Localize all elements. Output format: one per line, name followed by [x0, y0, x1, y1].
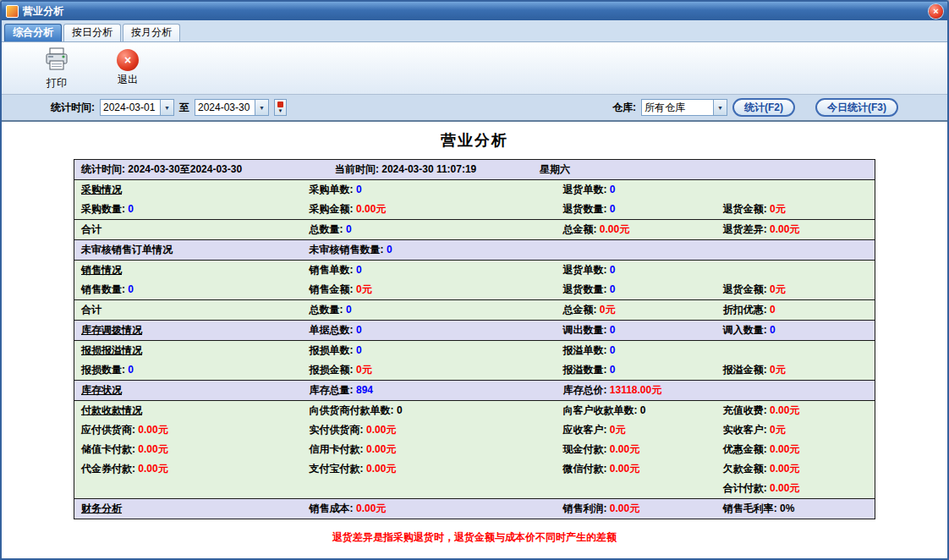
table-cell: 退货单数: 0 — [556, 263, 716, 277]
stat-button[interactable]: 统计(F2) — [732, 98, 795, 117]
close-icon: × — [933, 6, 938, 16]
cell-text: 未审核销售订单情况 — [81, 244, 173, 255]
report-title: 营业分析 — [2, 130, 947, 151]
cell-label: 微信付款: — [562, 463, 609, 475]
table-cell: 单据总数: 0 — [303, 323, 557, 338]
cell-label: 退货数量: — [562, 283, 609, 295]
exit-button[interactable]: × 退出 — [103, 49, 152, 87]
cell-label: 应付供货商: — [81, 424, 138, 436]
date-from-select[interactable]: 2024-03-01 ▼ — [100, 99, 174, 116]
cell-value: 0 — [397, 404, 403, 416]
table-cell: 报溢数量: 0 — [556, 363, 716, 377]
printer-icon — [44, 47, 69, 74]
warehouse-select[interactable]: 所有仓库 ▼ — [641, 99, 727, 116]
title-bar: 营业分析 × — [2, 2, 947, 20]
cell-value: 0 — [610, 344, 616, 356]
cell-value: 894 — [356, 384, 373, 396]
table-cell: 总金额: 0.00元 — [556, 222, 716, 237]
warehouse-value: 所有仓库 — [642, 101, 713, 115]
table-cell: 实收客户: 0元 — [716, 423, 875, 437]
table-cell: 支付宝付款: 0.00元 — [303, 462, 557, 476]
cell-label: 总金额: — [562, 304, 599, 316]
cell-value: 0 — [346, 223, 352, 235]
cell-value: 0元 — [770, 203, 786, 215]
cell-value: 0 — [346, 304, 352, 316]
table-cell: 微信付款: 0.00元 — [556, 462, 716, 476]
cell-value: 0 — [610, 184, 616, 195]
cell-value: 0.00元 — [770, 223, 799, 235]
table-cell: 储值卡付款: 0.00元 — [74, 442, 303, 457]
print-button[interactable]: 打印 — [32, 47, 81, 91]
table-cell: 未审核销售订单情况 — [74, 243, 303, 257]
cell-label: 优惠金额: — [723, 443, 770, 455]
table-cell: 库存总价: 13118.00元 — [556, 383, 716, 398]
print-label: 打印 — [47, 76, 67, 91]
table-cell: 总数量: 0 — [303, 303, 557, 317]
table-cell: 退货数量: 0 — [556, 283, 716, 297]
cell-label: 销售金额: — [310, 283, 356, 295]
table-cell: 折扣优惠: 0 — [716, 303, 875, 317]
section-header: 库存调拨情况 — [81, 324, 142, 336]
cell-label: 库存总价: — [562, 384, 609, 396]
table-cell: 销售情况 — [74, 263, 303, 277]
table-cell: 合计 — [74, 222, 303, 237]
section-header: 销售情况 — [81, 264, 122, 276]
section-header: 库存状况 — [81, 384, 122, 396]
table-cell: 销售成本: 0.00元 — [303, 502, 557, 516]
table-cell: 退货金额: 0元 — [716, 202, 875, 217]
table-row: 统计时间: 2024-03-30至2024-03-30当前时间: 2024-03… — [74, 160, 875, 179]
table-cell: 退货数量: 0 — [556, 202, 716, 217]
table-cell: 采购金额: 0.00元 — [303, 202, 557, 217]
table-cell: 采购情况 — [74, 183, 303, 197]
date-picker-button[interactable]: ▼ — [274, 99, 287, 116]
cell-label: 退货金额: — [723, 283, 770, 295]
cell-value: 0.00元 — [610, 463, 639, 475]
cell-value: 0元 — [770, 283, 786, 295]
cell-label: 储值卡付款: — [81, 443, 138, 455]
tab-daily-analysis[interactable]: 按日分析 — [63, 24, 121, 41]
cell-value: 0.00元 — [366, 424, 396, 436]
table-cell: 销售单数: 0 — [303, 263, 557, 277]
tab-monthly-analysis[interactable]: 按月分析 — [123, 24, 180, 41]
cell-value: 0.00元 — [138, 463, 167, 475]
app-window: 营业分析 × 综合分析 按日分析 按月分析 打印 — [0, 0, 949, 560]
footer-note: 退货差异是指采购退货时，退货金额与成本价不同时产生的差额 — [2, 530, 947, 545]
exit-label: 退出 — [118, 73, 138, 87]
table-cell: 报损数量: 0 — [74, 363, 303, 377]
cell-value: 0 — [770, 324, 776, 336]
table-row: 合计总数量: 0总金额: 0.00元退货差异: 0.00元 — [74, 219, 875, 239]
cell-text: 合计 — [81, 304, 101, 316]
cell-value: 0 — [640, 404, 646, 416]
cell-label: 应收客户: — [562, 424, 609, 436]
cell-label: 销售数量: — [81, 283, 128, 295]
table-row: 付款收款情况向供货商付款单数: 0向客户收款单数: 0充值收费: 0.00元应付… — [74, 400, 875, 498]
cell-label: 报损数量: — [81, 364, 128, 376]
table-cell: 销售金额: 0元 — [303, 283, 557, 297]
close-button[interactable]: × — [929, 4, 943, 19]
cell-label: 销售利润: — [562, 502, 609, 514]
today-stat-button[interactable]: 今日统计(F3) — [815, 98, 898, 117]
cell-label: 退货金额: — [723, 203, 770, 215]
to-label: 至 — [179, 101, 189, 115]
table-cell: 应付供货商: 0.00元 — [74, 423, 303, 437]
cell-value: 0.00元 — [356, 502, 386, 514]
cell-text: 合计 — [81, 223, 101, 235]
tab-combined-analysis[interactable]: 综合分析 — [4, 24, 62, 41]
cell-value: 0元 — [770, 424, 786, 436]
cell-value: 0 — [610, 283, 616, 295]
cell-label: 代金券付款: — [81, 463, 138, 475]
cell-value: 0.00元 — [366, 463, 396, 475]
red-marker-icon — [277, 102, 283, 107]
tab-bar: 综合分析 按日分析 按月分析 — [2, 20, 947, 42]
table-cell: 向供货商付款单数: 0 — [303, 404, 557, 418]
cell-value: 0 — [610, 364, 616, 376]
cell-value: 0.00元 — [600, 223, 629, 235]
cell-value: 0.00元 — [138, 424, 167, 436]
cell-value: 0 — [610, 324, 616, 336]
table-cell: 未审核销售数量: 0 — [303, 243, 557, 257]
table-cell: 退货单数: 0 — [556, 183, 716, 197]
cell-value: 0 — [610, 203, 616, 215]
cell-label: 报溢金额: — [723, 364, 770, 376]
table-cell: 统计时间: 2024-03-30至2024-03-30 — [74, 162, 328, 177]
date-to-select[interactable]: 2024-03-30 ▼ — [195, 99, 269, 116]
